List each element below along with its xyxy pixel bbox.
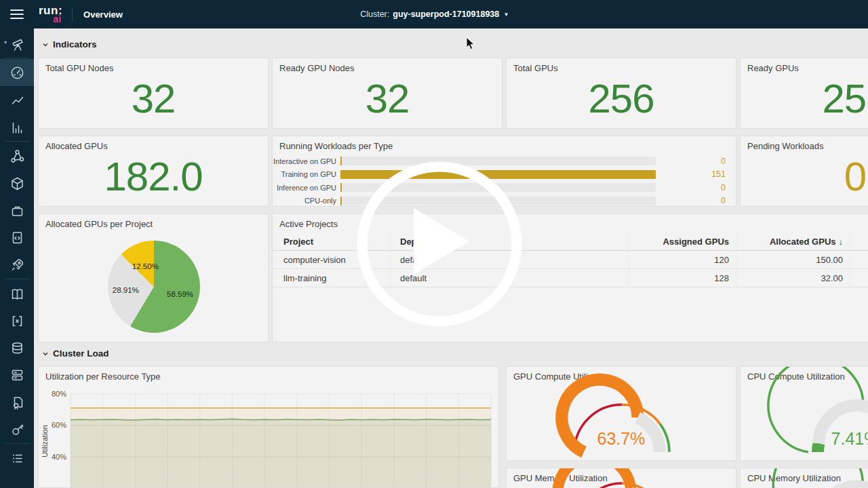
svg-text:60%: 60% — [52, 421, 66, 429]
top-bar: run: ai Overview Cluster: guy-superpod-1… — [0, 0, 868, 28]
cube-icon — [10, 176, 24, 190]
panel-gpu-compute-utilization: GPU Compute Utilization 63.7% — [506, 366, 736, 461]
sort-desc-icon: ↓ — [839, 237, 844, 247]
chevron-down-icon: ▾ — [4, 39, 7, 45]
bar-label: Inference on GPU — [273, 184, 336, 192]
sidebar-item-telescope[interactable]: ▾ — [0, 30, 34, 57]
pie-slice-label: 58.59% — [167, 290, 193, 298]
stat-value: 256 — [507, 73, 736, 124]
stat-value: 256 — [741, 73, 868, 124]
panel-utilization-per-resource-type: Utilization per Resource Type 80%60%40%U… — [38, 366, 499, 488]
section-label: Indicators — [53, 39, 97, 49]
sidebar-divider — [5, 443, 29, 444]
gauge-icon — [10, 66, 24, 80]
sidebar-item-list[interactable] — [0, 445, 34, 472]
menu-icon[interactable] — [10, 9, 24, 19]
telescope-icon — [10, 37, 24, 51]
svg-text:80%: 80% — [52, 390, 66, 398]
bar-value: 0 — [656, 196, 736, 205]
table-cell: 150.00 — [736, 251, 850, 269]
play-triangle-icon — [414, 208, 469, 274]
sidebar-item-key[interactable] — [0, 415, 34, 443]
bar-chart-icon — [10, 120, 24, 134]
panel-ready-gpu-nodes: Ready GPU Nodes 32 — [272, 58, 502, 129]
panel-title: Active Projects — [279, 219, 338, 229]
brackets-x-icon — [10, 314, 24, 328]
database-icon — [10, 341, 24, 355]
svg-text:40%: 40% — [52, 453, 66, 461]
bar-value: 0 — [656, 183, 736, 192]
bar-fill — [340, 197, 342, 205]
table-cell: 150 — [850, 251, 868, 269]
bar-fill — [340, 183, 342, 192]
section-label: Cluster Load — [53, 348, 109, 359]
sidebar-item-line-chart[interactable] — [0, 86, 34, 113]
sidebar-item-rocket[interactable] — [0, 251, 34, 278]
sidebar-divider — [5, 141, 29, 142]
sidebar-item-cube[interactable] — [0, 169, 34, 197]
sidebar-item-certificate[interactable] — [0, 388, 34, 415]
topbar-divider — [72, 7, 73, 22]
panel-cpu-compute-utilization: CPU Compute Utilization 7.41% — [740, 366, 868, 461]
panel-title: Ready GPU Nodes — [279, 63, 355, 73]
sidebar-item-database[interactable] — [0, 334, 34, 361]
list-icon — [10, 451, 24, 466]
sidebar: ▾ — [0, 28, 34, 488]
panel-cpu-memory-utilization: CPU Memory Utilization — [740, 468, 868, 488]
panel-title: Allocated GPUs — [45, 141, 108, 151]
panel-title: Total GPU Nodes — [45, 63, 113, 73]
sidebar-item-bar-chart[interactable] — [0, 113, 34, 140]
sidebar-item-gauge[interactable] — [0, 59, 34, 86]
stat-value: 182.0 — [39, 151, 268, 202]
bar-label: Interactive on GPU — [273, 157, 336, 165]
sidebar-item-briefcase[interactable] — [0, 197, 34, 224]
video-play-button[interactable] — [351, 156, 528, 332]
stat-value: 32 — [39, 73, 268, 124]
stat-value: 32 — [273, 73, 502, 124]
table-cell: 32.00 — [736, 269, 850, 287]
bar-label: CPU-only — [273, 197, 336, 205]
chevron-down-icon — [42, 41, 49, 48]
table-cell: 120 — [629, 251, 736, 269]
sidebar-item-brackets-x[interactable] — [0, 307, 34, 334]
panel-title: Ready GPUs — [747, 63, 799, 73]
panel-total-gpu-nodes: Total GPU Nodes 32 — [38, 58, 269, 129]
gauge-value: 7.41% — [741, 429, 868, 449]
sidebar-item-code-file[interactable] — [0, 224, 34, 251]
panel-ready-gpus: Ready GPUs 256 — [740, 58, 868, 129]
network-icon — [10, 149, 24, 163]
section-cluster-load[interactable]: Cluster Load — [42, 348, 109, 359]
panel-allocated-gpus-per-project: Allocated GPUs per Project 58.59%28.91%1… — [38, 214, 269, 342]
sidebar-item-book[interactable] — [0, 280, 34, 307]
sidebar-item-server-stack[interactable] — [0, 361, 34, 388]
column-header[interactable]: Running Workloads — [850, 233, 868, 251]
cluster-label: Cluster: — [360, 9, 389, 19]
chevron-down-icon — [42, 350, 49, 357]
bar-fill — [340, 157, 342, 165]
sidebar-divider — [5, 58, 29, 58]
cluster-selector[interactable]: Cluster: guy-superpod-1710918938 ▾ — [360, 9, 508, 19]
column-header[interactable]: Assigned GPUs — [629, 233, 736, 251]
stat-value: 0 — [741, 151, 868, 202]
panel-title: Total GPUs — [513, 63, 558, 73]
page-title: Overview — [83, 9, 123, 20]
key-icon — [10, 422, 24, 436]
panel-title: Pending Workloads — [747, 141, 824, 151]
table-cell: 128 — [629, 269, 736, 287]
bar-value: 0 — [656, 157, 736, 166]
bar-value: 151 — [656, 169, 736, 179]
code-file-icon — [10, 230, 24, 245]
pie-slice-label: 28.91% — [113, 286, 139, 294]
line-chart-icon — [10, 93, 24, 107]
sidebar-item-network[interactable] — [0, 142, 34, 169]
book-icon — [10, 287, 24, 301]
certificate-icon — [10, 395, 24, 409]
mouse-cursor — [466, 37, 475, 50]
server-stack-icon — [10, 368, 24, 382]
sidebar-divider — [5, 279, 29, 279]
rocket-icon — [10, 258, 24, 272]
column-header[interactable]: Allocated GPUs↓ — [736, 233, 850, 251]
panel-pending-workloads: Pending Workloads 0 — [740, 136, 868, 207]
table-cell: 1 — [850, 269, 868, 287]
section-indicators[interactable]: Indicators — [42, 39, 97, 49]
